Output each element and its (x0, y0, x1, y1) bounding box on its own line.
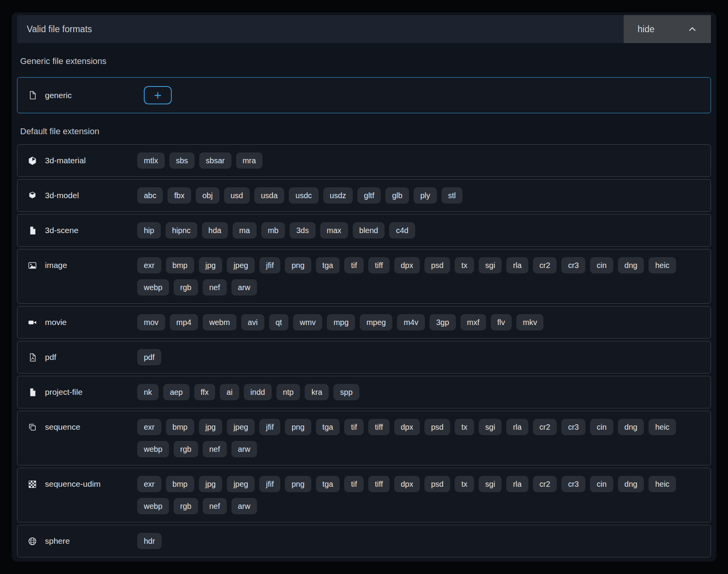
extension-chip-webp[interactable]: webp (137, 279, 169, 296)
extension-chip-obj[interactable]: obj (196, 187, 219, 204)
extension-chip-max[interactable]: max (320, 222, 348, 239)
extension-chip-abc[interactable]: abc (137, 187, 163, 204)
extension-chip-ffx[interactable]: ffx (194, 384, 216, 400)
extension-chip-jpg[interactable]: jpg (199, 476, 223, 492)
extension-chip-3ds[interactable]: 3ds (290, 222, 315, 239)
extension-chip-tiff[interactable]: tiff (368, 419, 390, 435)
extension-chip-cin[interactable]: cin (590, 476, 613, 492)
extension-chip-ply[interactable]: ply (414, 187, 437, 204)
extension-chip-mpg[interactable]: mpg (327, 314, 355, 330)
extension-chip-tx[interactable]: tx (455, 419, 474, 435)
extension-chip-cr3[interactable]: cr3 (561, 476, 585, 492)
extension-chip-heic[interactable]: heic (649, 257, 676, 273)
extension-chip-bmp[interactable]: bmp (166, 257, 194, 273)
extension-chip-arw[interactable]: arw (231, 498, 257, 514)
extension-chip-usda[interactable]: usda (254, 187, 284, 204)
extension-chip-flv[interactable]: flv (491, 314, 512, 330)
extension-chip-rla[interactable]: rla (506, 476, 528, 492)
extension-chip-sgi[interactable]: sgi (479, 419, 502, 435)
extension-chip-mkv[interactable]: mkv (516, 314, 544, 330)
extension-chip-dng[interactable]: dng (618, 419, 644, 435)
extension-chip-kra[interactable]: kra (305, 384, 329, 400)
extension-chip-nk[interactable]: nk (137, 384, 159, 400)
extension-chip-c4d[interactable]: c4d (389, 222, 415, 239)
extension-chip-tif[interactable]: tif (344, 257, 364, 273)
extension-chip-exr[interactable]: exr (137, 419, 161, 435)
extension-chip-hdr[interactable]: hdr (137, 533, 162, 549)
extension-chip-hda[interactable]: hda (202, 222, 228, 239)
hide-button[interactable]: hide (624, 15, 711, 43)
extension-chip-blend[interactable]: blend (353, 222, 385, 239)
add-extension-button[interactable] (144, 86, 172, 104)
extension-chip-avi[interactable]: avi (241, 314, 264, 330)
extension-chip-exr[interactable]: exr (137, 257, 161, 273)
extension-chip-dpx[interactable]: dpx (394, 257, 420, 273)
extension-chip-psd[interactable]: psd (424, 476, 450, 492)
extension-chip-tga[interactable]: tga (316, 257, 340, 273)
extension-chip-hipnc[interactable]: hipnc (166, 222, 197, 239)
extension-chip-exr[interactable]: exr (137, 476, 161, 492)
extension-chip-psd[interactable]: psd (424, 257, 450, 273)
extension-chip-mxf[interactable]: mxf (461, 314, 486, 330)
extension-chip-jfif[interactable]: jfif (259, 476, 280, 492)
extension-chip-wmv[interactable]: wmv (293, 314, 322, 330)
extension-chip-dpx[interactable]: dpx (394, 476, 420, 492)
extension-chip-nef[interactable]: nef (203, 441, 227, 457)
extension-chip-webm[interactable]: webm (203, 314, 236, 330)
extension-chip-tga[interactable]: tga (316, 419, 340, 435)
extension-chip-heic[interactable]: heic (649, 419, 676, 435)
extension-chip-jfif[interactable]: jfif (259, 257, 280, 273)
extension-chip-spp[interactable]: spp (333, 384, 359, 400)
extension-chip-png[interactable]: png (285, 419, 311, 435)
extension-chip-tif[interactable]: tif (344, 419, 364, 435)
extension-chip-ai[interactable]: ai (220, 384, 239, 400)
extension-chip-cin[interactable]: cin (590, 257, 613, 273)
extension-chip-tx[interactable]: tx (455, 257, 474, 273)
extension-chip-stl[interactable]: stl (442, 187, 462, 204)
extension-chip-ntp[interactable]: ntp (276, 384, 300, 400)
extension-chip-mp4[interactable]: mp4 (170, 314, 198, 330)
extension-chip-nef[interactable]: nef (203, 279, 227, 296)
extension-chip-arw[interactable]: arw (231, 441, 257, 457)
extension-chip-sbs[interactable]: sbs (169, 152, 195, 169)
extension-chip-cr3[interactable]: cr3 (561, 419, 585, 435)
extension-chip-dng[interactable]: dng (618, 476, 644, 492)
extension-chip-sgi[interactable]: sgi (479, 476, 502, 492)
extension-chip-cr3[interactable]: cr3 (561, 257, 585, 273)
extension-chip-rgb[interactable]: rgb (174, 441, 198, 457)
extension-chip-mra[interactable]: mra (236, 152, 262, 169)
extension-chip-psd[interactable]: psd (424, 419, 450, 435)
extension-chip-bmp[interactable]: bmp (166, 419, 194, 435)
extension-chip-usdz[interactable]: usdz (323, 187, 353, 204)
extension-chip-indd[interactable]: indd (244, 384, 272, 400)
extension-chip-jpeg[interactable]: jpeg (227, 419, 255, 435)
extension-chip-tif[interactable]: tif (344, 476, 364, 492)
extension-chip-jfif[interactable]: jfif (259, 419, 280, 435)
extension-chip-cr2[interactable]: cr2 (533, 476, 557, 492)
extension-chip-jpeg[interactable]: jpeg (227, 476, 255, 492)
extension-chip-tiff[interactable]: tiff (368, 257, 390, 273)
extension-chip-fbx[interactable]: fbx (167, 187, 191, 204)
extension-chip-gltf[interactable]: gltf (357, 187, 381, 204)
extension-chip-jpg[interactable]: jpg (199, 419, 223, 435)
extension-chip-heic[interactable]: heic (649, 476, 676, 492)
extension-chip-mb[interactable]: mb (261, 222, 285, 239)
extension-chip-sgi[interactable]: sgi (479, 257, 502, 273)
extension-chip-m4v[interactable]: m4v (397, 314, 425, 330)
extension-chip-mpeg[interactable]: mpeg (360, 314, 392, 330)
extension-chip-png[interactable]: png (285, 257, 311, 273)
extension-chip-mtlx[interactable]: mtlx (137, 152, 165, 169)
extension-chip-3gp[interactable]: 3gp (430, 314, 455, 330)
extension-chip-pdf[interactable]: pdf (137, 349, 161, 365)
extension-chip-cin[interactable]: cin (590, 419, 613, 435)
extension-chip-tiff[interactable]: tiff (368, 476, 390, 492)
extension-chip-dng[interactable]: dng (618, 257, 644, 273)
extension-chip-mov[interactable]: mov (137, 314, 165, 330)
extension-chip-usd[interactable]: usd (224, 187, 250, 204)
extension-chip-rgb[interactable]: rgb (174, 498, 198, 514)
extension-chip-tga[interactable]: tga (316, 476, 340, 492)
extension-chip-rla[interactable]: rla (506, 257, 528, 273)
extension-chip-bmp[interactable]: bmp (166, 476, 194, 492)
extension-chip-ma[interactable]: ma (233, 222, 257, 239)
extension-chip-tx[interactable]: tx (455, 476, 474, 492)
